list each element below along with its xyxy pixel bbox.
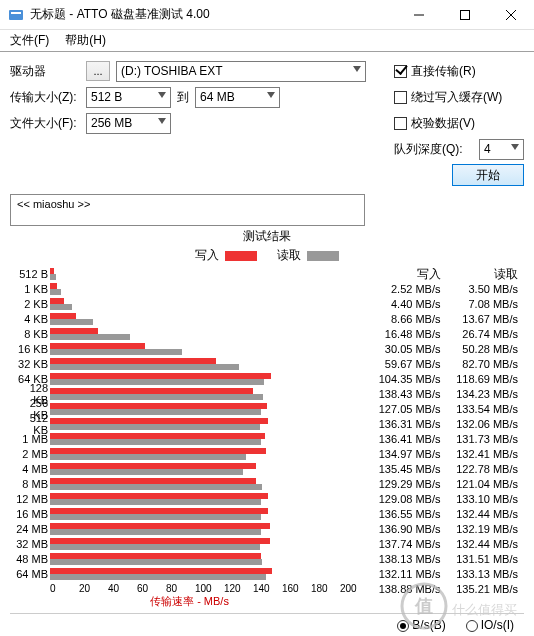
options-panel: 直接传输(R) 绕过写入缓存(W) 校验数据(V) 队列深度(Q):4 开始	[394, 58, 524, 188]
chart-row: 32 KB	[10, 356, 369, 371]
read-bar	[50, 484, 262, 490]
y-label: 2 MB	[12, 448, 50, 460]
results-table: 写入读取 2.52 MB/s3.50 MB/s4.40 MB/s7.08 MB/…	[369, 266, 524, 609]
menu-bar: 文件(F) 帮助(H)	[0, 30, 534, 52]
chart-row: 2 MB	[10, 446, 369, 461]
table-row: 4.40 MB/s7.08 MB/s	[369, 298, 524, 313]
chart-row: 16 MB	[10, 506, 369, 521]
chart-row: 512 B	[10, 266, 369, 281]
close-button[interactable]	[488, 0, 534, 30]
svg-rect-0	[9, 10, 23, 20]
y-label: 64 MB	[12, 568, 50, 580]
iops-radio[interactable]: IO/s(I)	[466, 618, 514, 632]
table-row: 8.66 MB/s13.67 MB/s	[369, 313, 524, 328]
read-bar	[50, 499, 261, 505]
minimize-button[interactable]	[396, 0, 442, 30]
chart-row: 4 MB	[10, 461, 369, 476]
chart-row: 16 KB	[10, 341, 369, 356]
table-row: 129.08 MB/s133.10 MB/s	[369, 493, 524, 508]
transfer-size-to-combo[interactable]: 64 MB	[195, 87, 280, 108]
chart-row: 8 MB	[10, 476, 369, 491]
description-box[interactable]: << miaoshu >>	[10, 194, 365, 226]
to-label: 到	[177, 89, 189, 106]
title-bar: 无标题 - ATTO 磁盘基准测试 4.00	[0, 0, 534, 30]
queue-depth-input[interactable]: 4	[479, 139, 524, 160]
read-bar	[50, 379, 264, 385]
direct-io-checkbox[interactable]	[394, 65, 407, 78]
read-bar	[50, 574, 266, 580]
table-row: 138.13 MB/s131.51 MB/s	[369, 553, 524, 568]
maximize-button[interactable]	[442, 0, 488, 30]
chevron-down-icon	[353, 66, 361, 72]
table-row: 134.97 MB/s132.41 MB/s	[369, 448, 524, 463]
read-bar	[50, 349, 182, 355]
table-row: 136.31 MB/s132.06 MB/s	[369, 418, 524, 433]
x-axis-title: 传输速率 - MB/s	[10, 594, 369, 609]
read-bar	[50, 454, 246, 460]
y-label: 2 KB	[12, 298, 50, 310]
file-size-combo[interactable]: 256 MB	[86, 113, 171, 134]
read-bar	[50, 514, 261, 520]
read-bar	[50, 424, 260, 430]
table-row: 132.11 MB/s133.13 MB/s	[369, 568, 524, 583]
table-row: 136.55 MB/s132.44 MB/s	[369, 508, 524, 523]
chart-row: 64 KB	[10, 371, 369, 386]
y-label: 12 MB	[12, 493, 50, 505]
chevron-down-icon	[158, 92, 166, 98]
menu-help[interactable]: 帮助(H)	[59, 30, 112, 51]
chart-row: 1 MB	[10, 431, 369, 446]
table-row: 138.88 MB/s135.21 MB/s	[369, 583, 524, 598]
table-row: 16.48 MB/s26.74 MB/s	[369, 328, 524, 343]
drive-combo[interactable]: (D:) TOSHIBA EXT	[116, 61, 366, 82]
read-bar	[50, 334, 130, 340]
chevron-down-icon	[158, 118, 166, 124]
read-bar	[50, 364, 239, 370]
window-title: 无标题 - ATTO 磁盘基准测试 4.00	[30, 6, 396, 23]
y-label: 512 B	[12, 268, 50, 280]
start-button[interactable]: 开始	[452, 164, 524, 186]
chart-row: 1 KB	[10, 281, 369, 296]
chart-row: 4 KB	[10, 311, 369, 326]
legend: 写入 读取	[10, 247, 524, 264]
chart-row: 32 MB	[10, 536, 369, 551]
app-icon	[8, 7, 24, 23]
svg-rect-1	[11, 12, 21, 14]
chevron-down-icon	[267, 92, 275, 98]
chart-row: 128 KB	[10, 386, 369, 401]
chart-row: 2 KB	[10, 296, 369, 311]
bypass-cache-checkbox[interactable]	[394, 91, 407, 104]
y-label: 8 KB	[12, 328, 50, 340]
read-bar	[50, 469, 243, 475]
chevron-down-icon	[511, 144, 519, 150]
read-bar	[50, 439, 261, 445]
verify-data-checkbox[interactable]	[394, 117, 407, 130]
table-row: 137.74 MB/s132.44 MB/s	[369, 538, 524, 553]
y-label: 8 MB	[12, 478, 50, 490]
controls-panel: 驱动器 ... (D:) TOSHIBA EXT 传输大小(Z): 512 B …	[10, 58, 384, 188]
y-label: 16 MB	[12, 508, 50, 520]
chart-row: 12 MB	[10, 491, 369, 506]
y-label: 16 KB	[12, 343, 50, 355]
table-row: 59.67 MB/s82.70 MB/s	[369, 358, 524, 373]
y-label: 4 MB	[12, 463, 50, 475]
read-swatch	[307, 251, 339, 261]
table-row: 2.52 MB/s3.50 MB/s	[369, 283, 524, 298]
transfer-size-label: 传输大小(Z):	[10, 89, 80, 106]
read-bar	[50, 409, 261, 415]
bps-radio[interactable]: B/s(B)	[397, 618, 445, 632]
chart-row: 24 MB	[10, 521, 369, 536]
transfer-size-from-combo[interactable]: 512 B	[86, 87, 171, 108]
table-row: 138.43 MB/s134.23 MB/s	[369, 388, 524, 403]
table-row: 127.05 MB/s133.54 MB/s	[369, 403, 524, 418]
browse-button[interactable]: ...	[86, 61, 110, 81]
read-bar	[50, 529, 261, 535]
drive-label: 驱动器	[10, 63, 80, 80]
chart-row: 48 MB	[10, 551, 369, 566]
y-label: 24 MB	[12, 523, 50, 535]
menu-file[interactable]: 文件(F)	[4, 30, 55, 51]
table-row: 30.05 MB/s50.28 MB/s	[369, 343, 524, 358]
table-row: 104.35 MB/s118.69 MB/s	[369, 373, 524, 388]
chart-row: 64 MB	[10, 566, 369, 581]
svg-rect-3	[461, 10, 470, 19]
table-row: 129.29 MB/s121.04 MB/s	[369, 478, 524, 493]
